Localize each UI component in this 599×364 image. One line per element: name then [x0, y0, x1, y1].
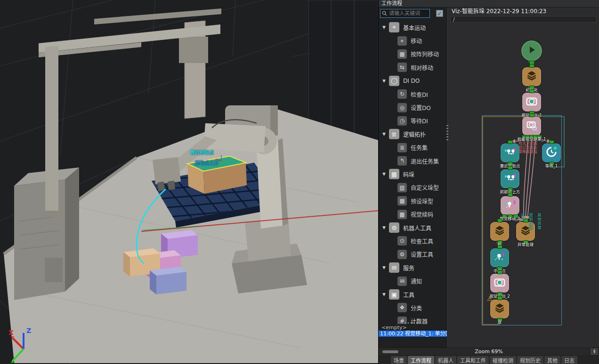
input-port[interactable] — [529, 64, 534, 68]
tree-item-label: 自定义垛型 — [411, 183, 439, 191]
tree-item[interactable]: ▩视觉续码 — [379, 207, 447, 221]
input-port[interactable] — [508, 140, 513, 144]
flow-node[interactable]: 抓 — [490, 222, 509, 241]
tree-splitter-handle[interactable] — [405, 322, 421, 324]
bottom-tab-bar: 场景工作流程机器人工具和工件碰撞检测规划历史其他日志 — [379, 355, 599, 364]
tab-workflow[interactable]: 工作流程 — [408, 356, 434, 364]
camera-icon — [526, 95, 538, 109]
flow-node[interactable]: 检查视觉结果_1 — [522, 117, 541, 135]
tree-category[interactable]: ▼⌖基本运动 — [379, 21, 447, 34]
axis-z-label: Z — [26, 327, 31, 334]
flow-node[interactable]: 视觉识别_1 — [522, 93, 541, 111]
3d-viewport[interactable]: X Z 靠近抓取点 抓取点上方 — [0, 0, 378, 364]
input-port[interactable] — [497, 245, 502, 249]
tab-5[interactable]: 规划历史 — [517, 356, 543, 364]
input-port[interactable] — [508, 193, 513, 197]
wire-label-teal: 其他异常 — [536, 213, 542, 230]
flow-node[interactable]: 抓取点上方 — [501, 169, 519, 188]
tree-item-label: DI DO — [403, 78, 420, 84]
pin-grid-icon: ▦ — [397, 49, 407, 59]
tree-item[interactable]: ⚙设置工具 — [379, 248, 447, 261]
tree-item[interactable]: ▧自定义垛型 — [379, 181, 447, 194]
overlay-label-above-pick: 抓取点上方 — [195, 159, 219, 166]
tab-6[interactable]: 其他 — [544, 356, 560, 364]
search-filter-checkbox[interactable]: ✓ — [436, 10, 443, 17]
tree-item[interactable]: ◎设置DO — [379, 101, 447, 114]
tab-0[interactable]: 场景 — [391, 356, 407, 364]
step-library-column: ✓ ▼⌖基本运动⌖移动▦按阵列移动⇆相对移动▼◯DI DO↻检查DI◎设置DO◷… — [379, 8, 448, 348]
tree-category[interactable]: ▼◯DI DO — [379, 74, 447, 87]
tree-item-label: 设置DO — [411, 103, 431, 111]
tree-category[interactable]: ▼▣工具 — [379, 288, 447, 301]
tree-item-label: 码垛 — [403, 170, 414, 178]
tree-item[interactable]: ▦按阵列移动 — [379, 47, 447, 61]
flow-node[interactable]: 初始化 — [522, 67, 541, 86]
tree-item-label: 通知 — [411, 277, 422, 285]
log-line-selected[interactable]: 11:00:22 视觉移动_1: 单分区方形 — [379, 331, 447, 337]
tab-2[interactable]: 机器人 — [435, 356, 456, 364]
tree-item[interactable]: ↰退出任务集 — [379, 154, 447, 167]
search-row: ✓ — [380, 9, 446, 19]
chevron-down-icon[interactable]: ▼ — [382, 265, 387, 270]
do-set-icon: ◎ — [397, 103, 407, 112]
start-node[interactable] — [521, 40, 542, 61]
flow-node[interactable]: 靠近抓取点 — [501, 143, 519, 162]
tree-item[interactable]: ≣任务集 — [379, 141, 447, 154]
tree-item[interactable]: ▦预设垛型 — [379, 194, 447, 207]
input-port[interactable] — [508, 166, 513, 170]
zoom-down-button[interactable]: ▼ — [591, 351, 597, 354]
flow-canvas[interactable]: 初始化视觉识别_1检查视觉结果_1靠近抓取点等待_1抓取点上方视觉移动_1抓异常… — [448, 24, 599, 348]
chevron-down-icon[interactable]: ▼ — [382, 132, 387, 136]
search-input[interactable] — [388, 10, 428, 17]
tree-item[interactable]: ◷等待DI — [379, 114, 447, 127]
chevron-down-icon[interactable]: ▼ — [382, 172, 387, 176]
tree-category[interactable]: ▼▦码垛 — [379, 167, 447, 181]
layers-icon — [526, 70, 538, 84]
tree-item[interactable]: ✉通知 — [379, 274, 447, 287]
classify-icon: ❖ — [397, 303, 407, 312]
input-port[interactable] — [497, 219, 502, 222]
tree-item-label: 分类 — [411, 304, 422, 312]
tree-item[interactable]: ⇆相对移动 — [379, 61, 447, 74]
vision-move-icon — [504, 198, 516, 213]
pallet-icon: ▦ — [389, 169, 399, 179]
column-splitter-handle[interactable] — [446, 125, 448, 142]
input-port[interactable] — [549, 140, 554, 144]
tree-category[interactable]: ▼✉服务 — [379, 261, 447, 274]
tab-4[interactable]: 碰撞检测 — [490, 356, 516, 364]
tree-item-label: 工具 — [403, 291, 414, 299]
tree-item[interactable]: ↻检查DI — [379, 87, 447, 101]
wire-label-teal: 成功 — [520, 213, 525, 222]
flow-node[interactable]: 视觉移动_1 — [501, 196, 519, 215]
3d-scene: X Z — [0, 0, 378, 364]
flow-node[interactable]: 放⚠ — [490, 300, 509, 318]
tool-check-icon: ⊙ — [397, 236, 407, 245]
input-port[interactable] — [529, 89, 534, 93]
tree-category[interactable]: ▼⚙机器人工具 — [379, 221, 447, 234]
chevron-down-icon[interactable]: ▼ — [382, 292, 387, 297]
search-box[interactable] — [380, 9, 430, 18]
waypoint-icon — [494, 251, 506, 265]
chevron-down-icon[interactable]: ▼ — [382, 79, 387, 83]
input-port[interactable] — [497, 270, 502, 274]
chevron-down-icon[interactable]: ▼ — [382, 225, 387, 230]
tree-item-label: 逻辑拓扑 — [403, 130, 426, 138]
chevron-down-icon[interactable]: ▼ — [382, 25, 387, 30]
input-port[interactable] — [497, 296, 502, 300]
empty-label: <empty> — [381, 324, 407, 331]
tab-3[interactable]: 工具和工件 — [457, 356, 489, 364]
tree-item[interactable]: ⌖移动 — [379, 34, 447, 47]
layers-exit-icon: ↰ — [397, 156, 407, 166]
wire-annotation-red: 有无未完成经过完成反策略成稳运 — [518, 141, 537, 154]
gripper-icon: ⚙ — [389, 222, 399, 233]
toolbox-icon: ▣ — [389, 289, 399, 300]
flow-node[interactable]: 中间点 — [490, 248, 509, 267]
tree-category[interactable]: ▼≣逻辑拓扑 — [379, 127, 447, 141]
tree-item[interactable]: ❖分类 — [379, 301, 447, 314]
breadcrumb[interactable]: / — [450, 16, 597, 23]
tree-item[interactable]: ⊙检查工具 — [379, 234, 447, 247]
flow-node[interactable]: 等待_1 — [542, 143, 561, 162]
flow-node[interactable]: 视觉识别_2 — [490, 274, 509, 293]
input-port[interactable] — [529, 113, 534, 117]
tab-7[interactable]: 日志 — [561, 356, 577, 364]
